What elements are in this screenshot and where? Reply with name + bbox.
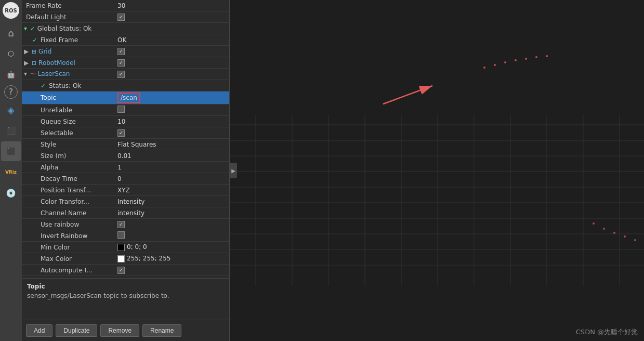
autocompute-value[interactable]: [115, 265, 229, 275]
frame-rate-value[interactable]: 30: [115, 1, 229, 10]
color-transf-row: Color Transfor... Intensity: [22, 196, 229, 207]
svg-rect-1: [230, 0, 644, 341]
sidebar-home-icon[interactable]: ⌂: [1, 23, 21, 43]
selectable-label: Selectable: [22, 128, 115, 138]
rename-button[interactable]: Rename: [142, 324, 181, 337]
min-color-swatch[interactable]: [117, 244, 125, 251]
laser-scan-label: ▾ 〜 LaserScan: [22, 69, 115, 79]
style-row: Style Flat Squares: [22, 139, 229, 150]
laser-scan-value[interactable]: [115, 69, 229, 79]
grid-link[interactable]: Grid: [38, 48, 51, 55]
unreliable-value[interactable]: [115, 104, 229, 115]
sidebar-viz-icon[interactable]: VRiz: [1, 162, 21, 182]
duplicate-button[interactable]: Duplicate: [56, 324, 97, 337]
max-color-value[interactable]: 255; 255; 255: [115, 254, 229, 264]
channel-name-row: Channel Name intensity: [22, 207, 229, 219]
laser-scan-link[interactable]: LaserScan: [38, 70, 70, 77]
global-status-label: ▾ ✓ Global Status: Ok: [22, 24, 115, 33]
info-panel: Topic sensor_msgs/LaserScan topic to sub…: [22, 278, 229, 320]
autocompute-label: Autocompute I...: [22, 266, 115, 275]
invert-rainbow-checkbox[interactable]: [117, 231, 125, 239]
svg-point-68: [603, 228, 605, 230]
topic-value-box[interactable]: /scan: [117, 93, 140, 103]
properties-table: Frame Rate 30 Default Light ▾ ✓ Global S…: [22, 0, 229, 278]
grid-checkbox[interactable]: [117, 48, 125, 55]
sidebar-vscode-icon[interactable]: ◈: [1, 100, 21, 120]
use-rainbow-checkbox[interactable]: [117, 221, 125, 228]
use-rainbow-label: Use rainbow: [22, 220, 115, 229]
max-color-swatch[interactable]: [117, 255, 125, 263]
size-value[interactable]: 0.01: [115, 151, 229, 161]
unreliable-label: Unreliable: [22, 106, 115, 115]
laser-scan-checkbox[interactable]: [117, 71, 125, 78]
global-status-value: [115, 28, 229, 30]
position-transf-value[interactable]: XYZ: [115, 186, 229, 195]
fixed-frame-value[interactable]: OK: [115, 35, 229, 45]
fixed-frame-label: ✓ Fixed Frame: [22, 35, 115, 45]
color-transf-value[interactable]: Intensity: [115, 197, 229, 206]
default-light-row: Default Light: [22, 11, 229, 23]
watermark: CSDN @先睡个好觉: [576, 327, 638, 337]
style-value[interactable]: Flat Squares: [115, 140, 229, 149]
selectable-value[interactable]: [115, 128, 229, 138]
logo-icon[interactable]: ROS: [3, 2, 19, 19]
unreliable-checkbox[interactable]: [117, 106, 125, 113]
info-title: Topic: [27, 283, 224, 290]
svg-point-67: [593, 222, 595, 225]
robot-model-link[interactable]: RobotModel: [38, 59, 75, 67]
svg-point-63: [515, 59, 517, 61]
selectable-row: Selectable: [22, 127, 229, 139]
use-rainbow-value[interactable]: [115, 219, 229, 229]
info-description: sensor_msgs/LaserScan topic to subscribe…: [27, 292, 224, 299]
default-light-checkbox[interactable]: [117, 14, 125, 21]
grid-value[interactable]: [115, 46, 229, 56]
sidebar-question-icon[interactable]: ?: [4, 85, 18, 99]
grid-label: ▶ ⊞ Grid: [22, 47, 115, 56]
alpha-value[interactable]: 1: [115, 163, 229, 172]
decay-time-label: Decay Time: [22, 174, 115, 183]
alpha-label: Alpha: [22, 163, 115, 172]
selectable-checkbox[interactable]: [117, 129, 125, 137]
sidebar-package-icon[interactable]: ⬡: [1, 44, 21, 63]
sidebar-disk-icon[interactable]: 💿: [1, 183, 21, 203]
size-row: Size (m) 0.01: [22, 150, 229, 162]
sidebar-settings-icon[interactable]: ⬛: [1, 141, 21, 161]
add-button[interactable]: Add: [26, 324, 52, 337]
autocompute-checkbox[interactable]: [117, 267, 125, 274]
frame-rate-row: Frame Rate 30: [22, 0, 229, 11]
min-color-label: Min Color: [22, 243, 115, 252]
default-light-value[interactable]: [115, 12, 229, 22]
position-transf-row: Position Transf... XYZ: [22, 185, 229, 196]
channel-name-label: Channel Name: [22, 208, 115, 218]
svg-point-69: [613, 232, 615, 234]
topic-label: Topic: [22, 93, 115, 102]
position-transf-label: Position Transf...: [22, 186, 115, 195]
sidebar-terminal-icon[interactable]: ⬛: [1, 121, 21, 140]
queue-size-label: Queue Size: [22, 117, 115, 126]
decay-time-row: Decay Time 0: [22, 173, 229, 185]
topic-row[interactable]: Topic /scan: [22, 91, 229, 104]
remove-button[interactable]: Remove: [100, 324, 139, 337]
autocompute-row: Autocompute I...: [22, 265, 229, 276]
global-status-row: ▾ ✓ Global Status: Ok: [22, 23, 229, 34]
sidebar-robot-icon[interactable]: 🤖: [1, 64, 21, 84]
queue-size-value[interactable]: 10: [115, 117, 229, 126]
invert-rainbow-value[interactable]: [115, 230, 229, 241]
min-color-value[interactable]: 0; 0; 0: [115, 242, 229, 252]
status-ok-value: [115, 85, 229, 87]
robot-model-value[interactable]: [115, 58, 229, 68]
viewport[interactable]: CSDN @先睡个好觉 ▶: [230, 0, 644, 341]
topic-value[interactable]: /scan: [115, 91, 229, 104]
bottom-buttons: Add Duplicate Remove Rename: [22, 320, 229, 341]
max-color-label: Max Color: [22, 254, 115, 264]
decay-time-value[interactable]: 0: [115, 174, 229, 183]
svg-point-60: [483, 67, 485, 69]
channel-name-value[interactable]: intensity: [115, 208, 229, 218]
size-label: Size (m): [22, 151, 115, 161]
queue-size-row: Queue Size 10: [22, 116, 229, 127]
robot-model-checkbox[interactable]: [117, 59, 125, 67]
status-ok-row: ✓ Status: Ok: [22, 80, 229, 91]
panel-collapse-button[interactable]: ▶: [230, 163, 237, 178]
invert-rainbow-row: Invert Rainbow: [22, 230, 229, 242]
laser-scan-row: ▾ 〜 LaserScan: [22, 69, 229, 80]
